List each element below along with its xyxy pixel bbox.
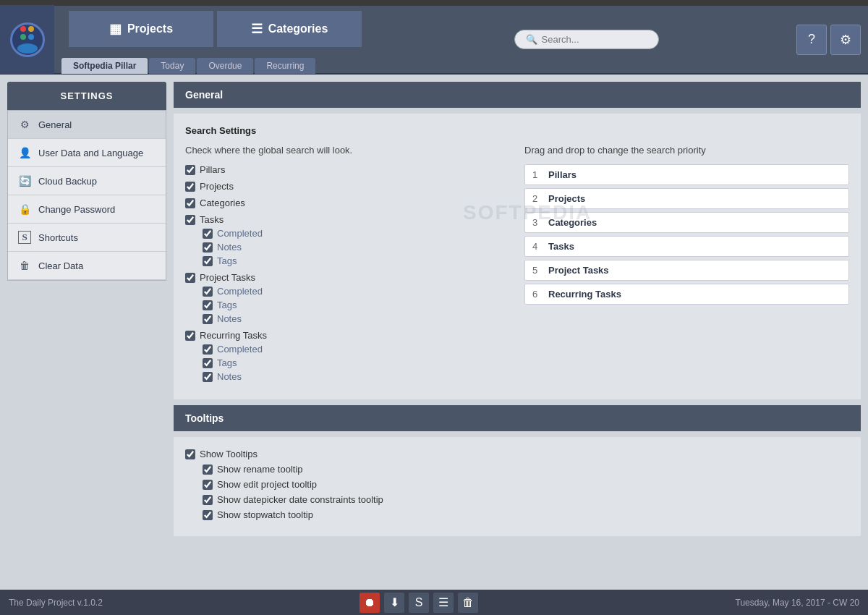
tooltips-body: Show Tooltips Show rename tooltip Show e…	[174, 437, 861, 536]
check-pt-completed[interactable]: Completed	[203, 286, 510, 297]
sidebar: SETTINGS ⚙ General 👤 User Data and Langu…	[7, 82, 166, 582]
checkbox-pillars[interactable]	[185, 165, 195, 175]
sidebar-item-general[interactable]: ⚙ General	[8, 111, 166, 139]
check-rt-completed[interactable]: Completed	[203, 344, 510, 355]
checkbox-projects[interactable]	[185, 182, 195, 192]
cloud-icon: 🔄	[18, 174, 31, 187]
rename-tooltip-label: Show rename tooltip	[217, 464, 303, 475]
check-rt-tags[interactable]: Tags	[203, 357, 510, 368]
checkbox-datepicker-tooltip[interactable]	[203, 495, 213, 505]
check-projects[interactable]: Projects	[185, 181, 510, 192]
sidebar-item-general-label: General	[38, 119, 72, 130]
datepicker-tooltip-label: Show datepicker date constraints tooltip	[217, 494, 383, 505]
check-tasks-notes[interactable]: Notes	[203, 242, 510, 253]
categories-label: Categories	[268, 22, 328, 35]
check-group-pillars: Pillars	[185, 164, 510, 175]
checkbox-rt-completed[interactable]	[203, 344, 213, 355]
priority-item-1[interactable]: 1 Pillars	[524, 164, 849, 185]
edit-project-tooltip-label: Show edit project tooltip	[217, 479, 317, 490]
checkbox-tasks[interactable]	[185, 215, 195, 225]
check-tasks-completed[interactable]: Completed	[203, 228, 510, 239]
footer-btn-download[interactable]: ⬇	[384, 593, 404, 613]
checkbox-recurring-tasks[interactable]	[185, 331, 195, 341]
priority-num-6: 6	[532, 289, 542, 300]
priority-list: 1 Pillars 2 Projects 3 Categories 4	[524, 164, 849, 305]
check-group-project-tasks: Project Tasks Completed Tags	[185, 272, 510, 324]
check-pt-tags[interactable]: Tags	[203, 300, 510, 310]
checkbox-tasks-tags[interactable]	[203, 256, 213, 266]
checkbox-tasks-notes[interactable]	[203, 242, 213, 253]
sidebar-menu: ⚙ General 👤 User Data and Language 🔄 Clo…	[7, 110, 166, 281]
check-group-projects: Projects	[185, 181, 510, 192]
sidebar-item-change-password[interactable]: 🔒 Change Password	[8, 195, 166, 224]
sidebar-item-shortcuts-label: Shortcuts	[38, 232, 78, 243]
checkbox-rename-tooltip[interactable]	[203, 465, 213, 475]
priority-item-4[interactable]: 4 Tasks	[524, 236, 849, 257]
check-tasks-tags[interactable]: Tags	[203, 255, 510, 266]
checkbox-stopwatch-tooltip[interactable]	[203, 510, 213, 520]
footer-btn-red[interactable]: ⏺	[359, 593, 380, 613]
footer-btn-s[interactable]: S	[409, 593, 429, 613]
footer: The Daily Project v.1.0.2 ⏺ ⬇ S ☰ 🗑 Tues…	[0, 590, 868, 615]
categories-button[interactable]: ☰ Categories	[217, 11, 362, 47]
checkbox-pt-tags[interactable]	[203, 300, 213, 310]
checkbox-project-tasks[interactable]	[185, 273, 195, 283]
search-settings-layout: Check where the global search will look.…	[185, 145, 849, 388]
sidebar-item-cloud-backup[interactable]: 🔄 Cloud Backup	[8, 167, 166, 195]
checkbox-rt-notes[interactable]	[203, 372, 213, 382]
check-project-tasks-label: Project Tasks	[200, 272, 255, 283]
footer-btn-list[interactable]: ☰	[433, 593, 454, 613]
priority-item-6[interactable]: 6 Recurring Tasks	[524, 284, 849, 305]
logo-dot-blue	[28, 34, 34, 40]
priority-num-1: 1	[532, 169, 542, 180]
checkbox-tasks-completed[interactable]	[203, 229, 213, 239]
footer-version: The Daily Project v.1.0.2	[9, 598, 103, 608]
settings-button[interactable]: ⚙	[830, 25, 861, 55]
sidebar-item-shortcuts[interactable]: S Shortcuts	[8, 224, 166, 252]
sidebar-item-clear-data[interactable]: 🗑 Clear Data	[8, 252, 166, 280]
check-group-categories: Categories	[185, 198, 510, 208]
sidebar-header: SETTINGS	[7, 82, 166, 110]
priority-item-2[interactable]: 2 Projects	[524, 188, 849, 209]
check-categories[interactable]: Categories	[185, 198, 510, 208]
tab-today[interactable]: Today	[149, 58, 195, 74]
checkbox-rt-tags[interactable]	[203, 358, 213, 368]
priority-label-4: Tasks	[548, 241, 574, 252]
sidebar-item-user-data[interactable]: 👤 User Data and Language	[8, 139, 166, 167]
priority-column: Drag and drop to change the search prior…	[524, 145, 849, 388]
priority-label-2: Projects	[548, 193, 585, 204]
search-settings-section: Search Settings Check where the global s…	[174, 114, 861, 399]
check-pillars[interactable]: Pillars	[185, 164, 510, 175]
search-input[interactable]	[542, 34, 658, 45]
check-rt-notes[interactable]: Notes	[203, 371, 510, 382]
checkbox-pt-completed[interactable]	[203, 287, 213, 297]
check-show-tooltips[interactable]: Show Tooltips	[185, 449, 849, 459]
check-tasks-completed-label: Completed	[217, 228, 263, 239]
check-recurring-tasks[interactable]: Recurring Tasks	[185, 330, 510, 341]
checkbox-edit-project-tooltip[interactable]	[203, 480, 213, 490]
priority-item-3[interactable]: 3 Categories	[524, 212, 849, 233]
check-stopwatch-tooltip[interactable]: Show stopwatch tooltip	[203, 509, 849, 520]
check-tasks[interactable]: Tasks	[185, 214, 510, 225]
projects-button[interactable]: ▦ Projects	[69, 11, 213, 47]
tab-softpedia-pillar[interactable]: Softpedia Pillar	[61, 58, 148, 74]
check-rename-tooltip[interactable]: Show rename tooltip	[203, 464, 849, 475]
show-tooltips-label: Show Tooltips	[200, 449, 258, 459]
check-desc: Check where the global search will look.	[185, 145, 510, 156]
tab-recurring[interactable]: Recurring	[255, 58, 315, 74]
check-project-tasks[interactable]: Project Tasks	[185, 272, 510, 283]
checkbox-categories[interactable]	[185, 198, 195, 208]
priority-item-5[interactable]: 5 Project Tasks	[524, 260, 849, 281]
check-categories-label: Categories	[200, 198, 245, 208]
nav-main: ▦ Projects ☰ Categories	[54, 5, 376, 52]
checkbox-pt-notes[interactable]	[203, 314, 213, 324]
general-icon: ⚙	[18, 118, 31, 131]
footer-btn-trash[interactable]: 🗑	[458, 593, 478, 613]
check-edit-project-tooltip[interactable]: Show edit project tooltip	[203, 479, 849, 490]
help-button[interactable]: ?	[796, 25, 827, 55]
tab-overdue[interactable]: Overdue	[197, 58, 253, 74]
check-pt-notes[interactable]: Notes	[203, 313, 510, 324]
sidebar-item-clear-label: Clear Data	[38, 260, 83, 271]
checkbox-show-tooltips[interactable]	[185, 449, 195, 459]
check-datepicker-tooltip[interactable]: Show datepicker date constraints tooltip	[203, 494, 849, 505]
